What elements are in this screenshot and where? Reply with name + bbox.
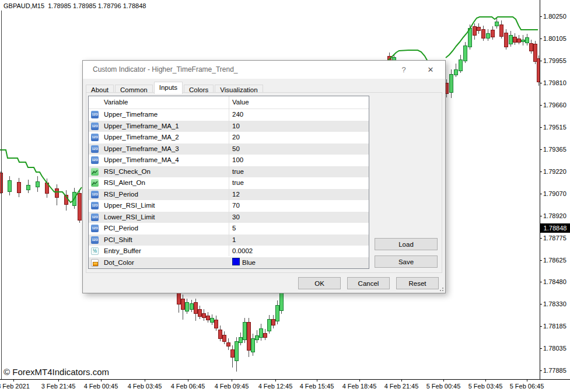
time-tick-label: 5 Feb 06:45 — [502, 383, 551, 390]
value-cell[interactable]: 50 — [232, 144, 240, 155]
number-icon: 123 — [91, 123, 99, 130]
value-cell[interactable]: 100 — [232, 155, 243, 166]
time-axis-line — [0, 379, 570, 380]
close-icon[interactable]: ✕ — [423, 61, 438, 79]
value-cell[interactable]: 30 — [232, 212, 240, 223]
price-tick-label: 1.77885 — [543, 367, 570, 374]
variable-cell: Entry_Buffer — [104, 246, 141, 257]
bearish-candle — [218, 330, 222, 338]
bearish-candle — [263, 333, 267, 337]
trend-indicator-line — [446, 17, 538, 58]
variable-cell: Lower_RSI_Limit — [104, 212, 155, 223]
cancel-button[interactable]: Cancel — [347, 277, 390, 289]
value-cell[interactable]: 240 — [232, 109, 243, 121]
time-tick-label: 4 Feb 15:45 — [292, 383, 341, 390]
bullish-candle — [185, 302, 188, 311]
bullish-candle — [459, 60, 462, 71]
variable-cell: RSI_Alert_On — [104, 177, 145, 189]
watermark: © ForexMT4Indicators.com — [4, 367, 109, 377]
time-tick-label: 4 Feb 09:45 — [207, 383, 256, 390]
bullish-candle — [243, 322, 246, 340]
value-cell[interactable]: true — [232, 166, 244, 178]
price-tick-mark — [540, 216, 542, 216]
ok-button[interactable]: OK — [298, 277, 341, 289]
variable-cell: PCI_Period — [104, 223, 138, 235]
bearish-candle — [198, 309, 201, 316]
value-cell[interactable]: 12 — [232, 189, 240, 201]
bullish-candle — [463, 46, 467, 61]
price-tick-mark — [540, 16, 542, 17]
bullish-candle — [454, 69, 457, 75]
value-cell[interactable]: 20 — [232, 132, 240, 144]
mt4-chart-window: GBPAUD,M15 1.78985 1.78985 1.78796 1.788… — [0, 0, 570, 392]
bearish-candle — [222, 335, 226, 341]
price-tick-mark — [540, 149, 542, 150]
value-cell[interactable]: Blue — [232, 257, 256, 269]
variable-cell: Upper_Timeframe_MA_1 — [104, 121, 179, 132]
load-button[interactable]: Load — [375, 238, 438, 250]
time-tick-mark — [443, 380, 444, 382]
bearish-candle — [504, 33, 508, 47]
bullish-candle — [239, 337, 242, 342]
time-tick-mark — [58, 380, 59, 382]
time-tick-label: 4 Feb 06:45 — [163, 383, 212, 390]
save-button[interactable]: Save — [375, 256, 438, 268]
time-tick-mark — [527, 380, 527, 382]
price-tick-mark — [540, 61, 542, 61]
dialog-title: Custom Indicator - Higher_TimeFrame_Tren… — [93, 61, 238, 79]
time-tick-mark — [317, 380, 317, 382]
price-tick-mark — [540, 304, 542, 304]
bearish-candle — [491, 30, 494, 37]
color-icon — [91, 259, 99, 267]
table-row[interactable]: Dot_ColorBlue — [89, 257, 369, 269]
number-icon: 123 — [91, 225, 99, 232]
bearish-candle — [517, 38, 520, 42]
price-tick-label: 1.79070 — [543, 190, 570, 198]
bearish-candle — [78, 193, 81, 220]
price-tick-label: 1.79660 — [543, 102, 570, 109]
price-tick-label: 1.79515 — [543, 124, 570, 131]
variable-cell: Upper_Timeframe — [104, 109, 158, 121]
value-cell[interactable]: 1 — [232, 235, 236, 246]
value-cell[interactable]: 70 — [232, 200, 240, 212]
bearish-candle — [247, 322, 250, 350]
number-icon: 123 — [91, 145, 99, 153]
value-cell[interactable]: 0.0002 — [232, 246, 253, 257]
column-header-variable[interactable]: Variable — [104, 96, 128, 108]
dialog-titlebar[interactable]: Custom Indicator - Higher_TimeFrame_Tren… — [83, 61, 445, 79]
bullish-candle — [255, 335, 258, 340]
price-tick-mark — [540, 83, 542, 83]
bullish-candle — [259, 328, 263, 337]
price-tick-label: 1.78185 — [543, 323, 570, 330]
number-icon: 123 — [91, 236, 99, 244]
price-tick-label: 1.78920 — [543, 212, 570, 220]
bullish-candle — [525, 37, 529, 43]
bullish-candle — [251, 338, 254, 352]
variable-cell: Upper_Timeframe_MA_4 — [104, 155, 179, 166]
value-cell[interactable]: 10 — [232, 121, 240, 132]
chart-line-icon — [91, 168, 99, 176]
price-tick-label: 1.78330 — [543, 300, 570, 308]
bearish-candle — [477, 27, 480, 30]
value-cell[interactable]: true — [232, 177, 244, 189]
price-tick-mark — [540, 38, 542, 39]
number-icon: 123 — [91, 202, 99, 209]
resize-grip[interactable] — [439, 286, 443, 291]
help-icon[interactable]: ? — [396, 61, 411, 79]
bearish-candle — [473, 26, 476, 35]
column-divider[interactable] — [229, 96, 229, 256]
price-tick-label: 1.79810 — [543, 79, 570, 87]
symbol-ohlc-readout: GBPAUD,M15 1.78985 1.78985 1.78796 1.788… — [4, 2, 146, 9]
reset-button[interactable]: Reset — [396, 277, 439, 289]
number-icon: 123 — [91, 111, 99, 118]
parameters-table: Variable Value 123Upper_Timeframe240123U… — [88, 96, 369, 269]
bearish-candle — [226, 342, 230, 346]
tab-inputs[interactable]: Inputs — [154, 82, 183, 94]
value-cell[interactable]: 5 — [232, 223, 236, 235]
price-tick-label: 1.80105 — [543, 35, 570, 43]
column-header-value[interactable]: Value — [232, 96, 249, 108]
bullish-candle — [26, 185, 30, 190]
variable-cell: Upper_Timeframe_MA_3 — [104, 144, 179, 155]
time-tick-mark — [145, 380, 145, 382]
bullish-candle — [275, 305, 279, 321]
